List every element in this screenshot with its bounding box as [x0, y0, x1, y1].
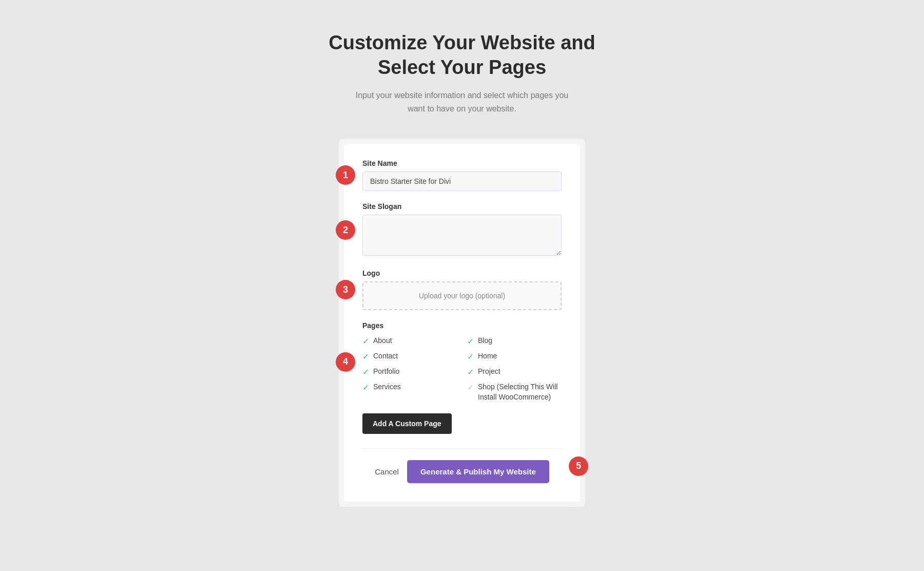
check-icon-blog: ✓: [467, 336, 474, 346]
check-icon-project: ✓: [467, 367, 474, 377]
site-name-group: 1 Site Name: [362, 159, 562, 191]
site-name-input[interactable]: [362, 172, 562, 191]
logo-upload-text: Upload your logo (optional): [419, 292, 505, 300]
pages-label: Pages: [362, 321, 562, 330]
generate-publish-button[interactable]: Generate & Publish My Website: [407, 460, 549, 483]
page-item-blog[interactable]: ✓ Blog: [467, 336, 562, 346]
page-name-services: Services: [373, 382, 401, 392]
page-name-portfolio: Portfolio: [373, 367, 399, 377]
site-slogan-group: 2 Site Slogan: [362, 202, 562, 258]
page-name-home: Home: [478, 351, 497, 361]
footer-actions: Cancel Generate & Publish My Website 5: [362, 448, 562, 483]
check-icon-home: ✓: [467, 352, 474, 361]
page-container: Customize Your Website and Select Your P…: [0, 0, 924, 571]
page-name-about: About: [373, 336, 392, 346]
page-item-about[interactable]: ✓ About: [362, 336, 457, 346]
form-card: 1 Site Name 2 Site Slogan 3 Logo: [344, 144, 580, 502]
logo-label: Logo: [362, 269, 562, 277]
page-item-portfolio[interactable]: ✓ Portfolio: [362, 367, 457, 377]
page-name-project: Project: [478, 367, 500, 377]
check-icon-contact: ✓: [362, 352, 369, 361]
step-badge-4: 4: [336, 352, 355, 372]
check-icon-services: ✓: [362, 383, 369, 392]
check-icon-shop: ✓: [467, 383, 474, 392]
page-item-project[interactable]: ✓ Project: [467, 367, 562, 377]
pages-section: 4 Pages ✓ About ✓ Blog: [362, 321, 562, 402]
logo-upload-area[interactable]: Upload your logo (optional): [362, 281, 562, 310]
page-item-home[interactable]: ✓ Home: [467, 351, 562, 361]
page-title: Customize Your Website and Select Your P…: [329, 31, 595, 80]
cancel-button[interactable]: Cancel: [375, 467, 399, 476]
page-item-services[interactable]: ✓ Services: [362, 382, 457, 402]
heading-area: Customize Your Website and Select Your P…: [329, 31, 595, 115]
check-icon-portfolio: ✓: [362, 367, 369, 377]
card-wrapper: 1 Site Name 2 Site Slogan 3 Logo: [339, 139, 585, 507]
site-slogan-label: Site Slogan: [362, 202, 562, 211]
page-subtitle: Input your website information and selec…: [349, 89, 575, 115]
logo-group: 3 Logo Upload your logo (optional): [362, 269, 562, 310]
site-name-label: Site Name: [362, 159, 562, 167]
site-slogan-input[interactable]: [362, 215, 562, 256]
step-badge-5: 5: [569, 456, 588, 476]
page-item-contact[interactable]: ✓ Contact: [362, 351, 457, 361]
step-badge-3: 3: [336, 280, 355, 299]
page-name-contact: Contact: [373, 351, 398, 361]
step-badge-1: 1: [336, 165, 355, 185]
page-name-blog: Blog: [478, 336, 492, 346]
pages-grid: ✓ About ✓ Blog ✓ Contact ✓: [362, 336, 562, 402]
step-badge-2: 2: [336, 220, 355, 240]
page-item-shop[interactable]: ✓ Shop (Selecting This Will Install WooC…: [467, 382, 562, 402]
page-name-shop: Shop (Selecting This Will Install WooCom…: [478, 382, 562, 402]
check-icon-about: ✓: [362, 336, 369, 346]
add-custom-page-button[interactable]: Add A Custom Page: [362, 413, 452, 434]
